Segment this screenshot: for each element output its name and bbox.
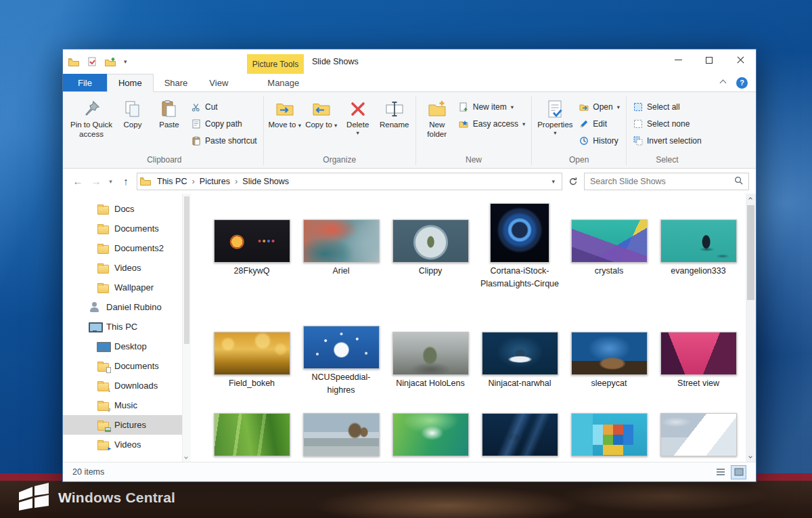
new-folder-button[interactable]: New folder xyxy=(420,95,455,139)
file-item-14[interactable] xyxy=(296,397,386,462)
address-dropdown-chevron-icon[interactable]: ▾ xyxy=(547,178,559,185)
large-icons-view-icon xyxy=(734,468,744,476)
file-item-13[interactable] xyxy=(207,397,296,462)
search-input[interactable] xyxy=(590,177,730,186)
file-item-28fkywq[interactable]: 28FkywQ xyxy=(207,203,296,316)
minimize-button[interactable] xyxy=(662,49,694,70)
picture-tools-contextual-tab[interactable]: Picture Tools xyxy=(247,54,304,74)
tab-view[interactable]: View xyxy=(198,74,239,91)
titlebar[interactable]: ▾ Picture Tools Slide Shows xyxy=(63,49,756,74)
customize-qat-chevron-icon[interactable]: ▾ xyxy=(124,56,127,68)
details-view-button[interactable] xyxy=(713,465,728,479)
sidebar-item-docs[interactable]: Docs xyxy=(63,199,182,219)
rename-button[interactable]: Rename xyxy=(377,95,412,129)
properties-button[interactable]: Properties ▾ xyxy=(535,95,574,136)
file-item-ariel[interactable]: Ariel xyxy=(296,203,386,316)
paste-button[interactable]: Paste xyxy=(152,95,187,129)
cut-button[interactable]: Cut xyxy=(188,100,260,114)
file-item-cortana-istock-plasmalights-cirque[interactable]: Cortana-iStock-PlasmaLights-Cirque xyxy=(475,203,564,316)
location-folder-icon xyxy=(140,175,151,188)
forward-button[interactable]: → xyxy=(88,175,104,187)
refresh-button[interactable] xyxy=(564,173,582,190)
picture-tools-label: Picture Tools xyxy=(252,60,298,69)
tab-share[interactable]: Share xyxy=(154,74,199,91)
paste-shortcut-button[interactable]: Paste shortcut xyxy=(188,134,260,148)
nav-pane-scrollbar[interactable] xyxy=(182,194,191,462)
address-bar[interactable]: This PC›Pictures›Slide Shows ▾ xyxy=(137,173,562,190)
select-all-button[interactable]: Select all xyxy=(630,100,704,114)
properties-quick-icon[interactable] xyxy=(87,56,97,68)
file-thumbnail xyxy=(303,219,380,263)
explorer-folder-icon[interactable] xyxy=(68,56,79,68)
file-item-crystals[interactable]: crystals xyxy=(564,203,654,316)
sidebar-item-wallpaper[interactable]: Wallpaper xyxy=(63,278,182,297)
search-icon[interactable] xyxy=(734,175,743,188)
file-item-street-view[interactable]: Street view xyxy=(654,316,743,397)
scrollbar-thumb[interactable] xyxy=(184,196,189,344)
edit-button[interactable]: Edit xyxy=(576,117,623,131)
new-folder-quick-icon[interactable] xyxy=(105,56,116,68)
sidebar-item-documents2[interactable]: Documents2 xyxy=(63,238,182,258)
up-button[interactable]: ↑ xyxy=(117,175,135,187)
scroll-up-icon[interactable] xyxy=(748,197,752,201)
sidebar-item-desktop[interactable]: Desktop xyxy=(63,337,182,356)
file-name: NCUSpeeddial-highres xyxy=(298,371,384,397)
large-icons-view-button[interactable] xyxy=(731,465,746,479)
sidebar-item-music[interactable]: Music xyxy=(63,395,182,415)
sidebar-item-videos[interactable]: Videos xyxy=(63,435,182,454)
file-name: Clippy xyxy=(419,265,443,278)
file-item-clippy[interactable]: Clippy xyxy=(386,203,475,316)
copy-button[interactable]: Copy xyxy=(115,95,150,129)
sidebar-item-documents[interactable]: Documents xyxy=(63,356,182,376)
file-item-18[interactable] xyxy=(654,397,743,462)
sidebar-item-this-pc[interactable]: This PC xyxy=(63,317,182,337)
tab-manage[interactable]: Manage xyxy=(256,74,310,91)
copy-path-button[interactable]: Copy path xyxy=(188,117,260,131)
breadcrumb-item-pictures[interactable]: Pictures xyxy=(195,177,235,186)
close-button[interactable] xyxy=(725,49,756,70)
sidebar-item-daniel-rubino[interactable]: Daniel Rubino xyxy=(63,297,182,317)
music-icon xyxy=(97,400,109,410)
sidebar-item-documents[interactable]: Documents xyxy=(63,219,182,238)
recent-locations-chevron-icon[interactable]: ▾ xyxy=(106,178,115,185)
sidebar-item-pictures[interactable]: Pictures xyxy=(63,415,182,435)
move-to-button[interactable]: Move to ▾ xyxy=(267,95,302,130)
status-bar: 20 items xyxy=(63,462,756,481)
tab-file[interactable]: File xyxy=(63,74,107,91)
file-item-ninjacat-hololens[interactable]: Ninjacat HoloLens xyxy=(386,316,475,397)
file-item-ncuspeeddial-highres[interactable]: NCUSpeeddial-highres xyxy=(296,316,386,397)
tab-home[interactable]: Home xyxy=(107,74,154,92)
sidebar-item-downloads[interactable]: Downloads xyxy=(63,376,182,395)
easy-access-button[interactable]: Easy access ▾ xyxy=(456,117,528,131)
history-button[interactable]: History xyxy=(576,134,623,148)
copy-to-button[interactable]: Copy to ▾ xyxy=(304,95,339,130)
help-icon[interactable]: ? xyxy=(736,77,748,89)
back-button[interactable]: ← xyxy=(70,175,86,187)
sidebar-item-videos[interactable]: Videos xyxy=(63,258,182,278)
file-item-field-bokeh[interactable]: Field_bokeh xyxy=(207,316,296,397)
paste-shortcut-icon xyxy=(191,136,201,146)
file-item-15[interactable] xyxy=(386,397,475,462)
invert-selection-button[interactable]: Invert selection xyxy=(630,134,704,148)
open-button[interactable]: Open ▾ xyxy=(576,100,623,114)
file-item-16[interactable] xyxy=(475,397,564,462)
collapse-ribbon-icon[interactable] xyxy=(720,79,727,86)
file-item-17[interactable] xyxy=(564,397,654,462)
new-item-button[interactable]: New item ▾ xyxy=(456,100,528,114)
maximize-button[interactable] xyxy=(694,49,725,70)
search-box[interactable] xyxy=(584,173,749,190)
file-item-evangelion333[interactable]: evangelion333 xyxy=(654,203,743,316)
scroll-down-icon[interactable] xyxy=(184,455,188,459)
pin-to-quick-access-button[interactable]: Pin to Quick access xyxy=(69,95,114,139)
file-item-ninjacat-narwhal[interactable]: Ninjacat-narwhal xyxy=(475,316,564,397)
file-name: sleepycat xyxy=(591,377,627,390)
select-none-button[interactable]: Select none xyxy=(630,117,704,131)
delete-button[interactable]: Delete ▾ xyxy=(340,95,376,136)
file-item-sleepycat[interactable]: sleepycat xyxy=(564,316,654,397)
rename-label: Rename xyxy=(380,120,409,129)
breadcrumb-item-this-pc[interactable]: This PC xyxy=(152,177,191,186)
scroll-down-icon[interactable] xyxy=(748,454,752,458)
scrollbar-thumb[interactable] xyxy=(747,205,754,300)
breadcrumb-item-slide-shows[interactable]: Slide Shows xyxy=(238,177,294,186)
content-scrollbar[interactable] xyxy=(746,194,756,462)
